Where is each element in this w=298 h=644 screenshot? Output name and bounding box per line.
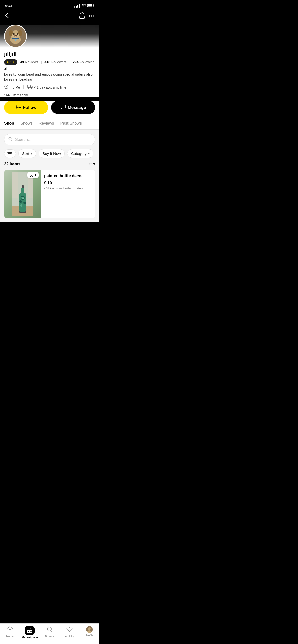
back-button[interactable] (4, 11, 10, 21)
profile-header-bg (0, 25, 99, 48)
status-icons (74, 4, 94, 8)
list-chevron-icon: ▾ (93, 162, 95, 166)
product-info: painted bottle deco $ 10 • Ships from Un… (44, 170, 95, 218)
stat-divider-1: | (41, 60, 42, 64)
ship-time-info: < 1 day avg. ship time (27, 85, 66, 90)
items-sold-info: 164 items sold (4, 93, 28, 97)
category-label: Category (71, 151, 87, 156)
tab-reviews[interactable]: Reviews (39, 118, 54, 129)
message-button[interactable]: Message (51, 101, 95, 114)
filter-icon-button[interactable] (4, 149, 16, 158)
product-card[interactable]: 1 painted bottle deco $ 10 • Ships from … (4, 170, 95, 218)
sort-chevron-icon: ▾ (31, 152, 32, 155)
bookmark-count: 1 (34, 173, 36, 177)
battery-icon (87, 4, 94, 8)
svg-point-10 (17, 33, 18, 35)
header-actions: ••• (79, 12, 95, 20)
buy-it-now-label: Buy It Now (43, 151, 61, 156)
username: jilljill (4, 51, 95, 57)
svg-point-29 (19, 200, 22, 203)
svg-point-30 (23, 202, 26, 204)
avatar (4, 25, 27, 48)
meta-row: Tip Me | < 1 day avg. ship time | 164 it… (4, 84, 95, 97)
follow-button[interactable]: Follow (4, 101, 48, 114)
truck-icon (27, 85, 33, 90)
message-label: Message (68, 105, 86, 110)
stat-divider-2: | (69, 60, 70, 64)
filter-row: Sort ▾ Buy It Now Category ▾ (4, 149, 95, 158)
category-chevron-icon: ▾ (88, 152, 90, 155)
list-toggle-button[interactable]: List ▾ (85, 162, 95, 166)
bottle-illustration (12, 172, 33, 216)
more-options-button[interactable]: ••• (89, 13, 95, 19)
svg-rect-33 (22, 185, 24, 188)
svg-point-16 (28, 87, 29, 89)
follow-icon (16, 105, 21, 110)
items-count-row: 32 Items List ▾ (4, 162, 95, 166)
svg-rect-22 (12, 172, 18, 198)
sort-button[interactable]: Sort ▾ (18, 149, 36, 158)
profile-info: jilljill ★ 5.0 49 Reviews | 410 Follower… (0, 48, 99, 97)
svg-point-11 (14, 35, 17, 36)
shop-content: Search... Sort ▾ Buy It Now Category ▾ (0, 130, 99, 222)
header-nav: ••• (0, 9, 99, 25)
meta-divider-1: | (23, 85, 24, 90)
tip-icon (4, 84, 9, 90)
meta-divider-2: | (69, 85, 70, 90)
product-shipping: • Ships from United States (44, 186, 92, 190)
svg-rect-2 (94, 5, 94, 6)
reviews-stat[interactable]: 49 Reviews (20, 60, 38, 64)
svg-rect-1 (88, 4, 92, 7)
svg-rect-32 (21, 188, 24, 193)
follow-label: Follow (23, 105, 37, 110)
wifi-icon (82, 4, 86, 8)
message-icon (61, 105, 66, 110)
tabs-row: Shop Shows Reviews Past Shows (0, 118, 99, 129)
buy-it-now-button[interactable]: Buy It Now (39, 149, 65, 158)
action-buttons: Follow Message (0, 101, 99, 118)
tab-past-shows[interactable]: Past Shows (60, 118, 82, 129)
svg-point-9 (13, 33, 15, 35)
search-placeholder: Search... (15, 137, 31, 142)
tabs-section: Shop Shows Reviews Past Shows (0, 118, 99, 130)
bio-text: loves to loom bead and enjoys doing spec… (4, 72, 95, 82)
category-button[interactable]: Category ▾ (67, 149, 93, 158)
search-bar[interactable]: Search... (4, 134, 95, 145)
product-image: 1 (4, 170, 41, 218)
svg-point-17 (31, 87, 32, 89)
avatar-image (5, 25, 26, 48)
product-title: painted bottle deco (44, 173, 92, 179)
share-button[interactable] (79, 12, 85, 20)
rating-badge[interactable]: ★ 5.0 (4, 59, 17, 65)
svg-rect-15 (27, 85, 31, 87)
items-count: 32 Items (4, 162, 20, 166)
svg-point-13 (15, 39, 16, 41)
product-price: $ 10 (44, 181, 92, 185)
list-label: List (85, 162, 92, 166)
tab-shop[interactable]: Shop (4, 118, 14, 129)
signal-icon (74, 4, 80, 8)
sort-label: Sort (22, 151, 29, 156)
followers-stat[interactable]: 410 Followers (44, 60, 66, 64)
tab-shows[interactable]: Shows (20, 118, 33, 129)
tip-me-button[interactable]: Tip Me (4, 84, 20, 90)
svg-point-31 (20, 204, 22, 207)
bookmark-badge[interactable]: 1 (27, 172, 39, 178)
search-icon (8, 137, 12, 142)
display-name: Jill (4, 67, 95, 71)
stats-row: ★ 5.0 49 Reviews | 410 Followers | 294 F… (4, 59, 95, 65)
status-bar: 9:41 (0, 0, 99, 9)
rating-value: 5.0 (10, 60, 15, 64)
star-icon: ★ (6, 60, 9, 64)
following-stat[interactable]: 294 Following (73, 60, 94, 64)
time-display: 9:41 (5, 4, 13, 8)
